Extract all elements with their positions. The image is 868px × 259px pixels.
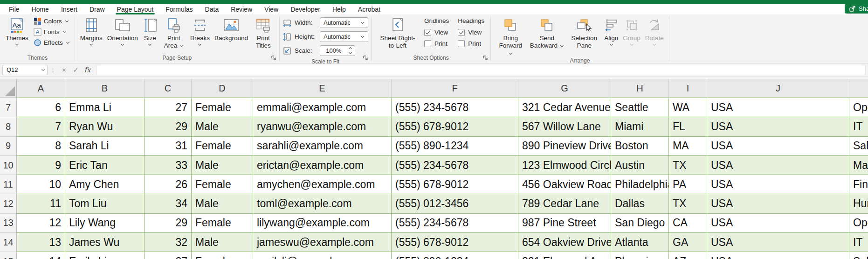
- cell-F11[interactable]: (555) 678-9012: [392, 175, 518, 194]
- cell-E13[interactable]: lilywang@example.com: [253, 214, 392, 233]
- row-header-15[interactable]: 15: [0, 252, 17, 259]
- column-header-D[interactable]: D: [192, 79, 253, 98]
- margins-button[interactable]: Margins: [78, 16, 105, 45]
- cell-I7[interactable]: WA: [669, 98, 707, 117]
- themes-button[interactable]: Aa Themes: [3, 16, 31, 45]
- tab-file[interactable]: File: [3, 4, 26, 14]
- cell-J7[interactable]: USA: [707, 98, 849, 117]
- cell-A7[interactable]: 6: [17, 98, 65, 117]
- headings-view-checkbox[interactable]: [458, 29, 465, 36]
- cancel-icon[interactable]: ×: [58, 66, 70, 74]
- gridlines-view-checkbox[interactable]: [424, 29, 431, 36]
- tab-insert[interactable]: Insert: [55, 4, 83, 14]
- cell-E8[interactable]: ryanwu@example.com: [253, 117, 392, 136]
- tab-review[interactable]: Review: [225, 4, 258, 14]
- cell-C9[interactable]: 31: [145, 137, 192, 156]
- spinner-up-icon[interactable]: [349, 47, 352, 50]
- page-setup-dialog-launcher-icon[interactable]: [270, 54, 277, 61]
- cell-F8[interactable]: (555) 678-9012: [392, 117, 518, 136]
- cell-A13[interactable]: 12: [17, 214, 65, 233]
- cell-A9[interactable]: 8: [17, 137, 65, 156]
- cell-G9[interactable]: 890 Pineview Drive: [518, 137, 611, 156]
- tab-developer[interactable]: Developer: [284, 4, 326, 14]
- cell-D10[interactable]: Male: [192, 156, 253, 175]
- cell-C15[interactable]: 27: [145, 252, 192, 259]
- cell-A10[interactable]: 9: [17, 156, 65, 175]
- background-button[interactable]: Background: [212, 16, 250, 42]
- cell-I13[interactable]: CA: [669, 214, 707, 233]
- scale-spinner[interactable]: 100%: [320, 45, 355, 56]
- cell-F7[interactable]: (555) 234-5678: [392, 98, 518, 117]
- cell-C7[interactable]: 27: [145, 98, 192, 117]
- cell-G7[interactable]: 321 Cedar Avenue: [518, 98, 611, 117]
- cell-D15[interactable]: Female: [192, 252, 253, 259]
- effects-button[interactable]: Effects: [32, 37, 72, 48]
- row-header-13[interactable]: 13: [0, 214, 17, 233]
- tab-page-layout[interactable]: Page Layout: [111, 4, 160, 14]
- cell-H9[interactable]: Boston: [611, 137, 669, 156]
- cell-D8[interactable]: Male: [192, 117, 253, 136]
- cell-F15[interactable]: (555) 890-1234: [392, 252, 518, 259]
- insert-function-icon[interactable]: fx: [82, 66, 93, 74]
- column-header-I[interactable]: I: [669, 79, 707, 98]
- sheet-right-to-left-button[interactable]: Sheet Right-to-Left: [374, 16, 421, 49]
- cell-C8[interactable]: 29: [145, 117, 192, 136]
- cell-H12[interactable]: Dallas: [611, 194, 669, 213]
- cell-H15[interactable]: Phoenix: [611, 252, 669, 259]
- cell-G11[interactable]: 456 Oakview Road: [518, 175, 611, 194]
- share-button[interactable]: Share: [845, 4, 868, 14]
- select-all-corner[interactable]: [0, 79, 17, 98]
- column-header-B[interactable]: B: [65, 79, 145, 98]
- cell-K14[interactable]: IT: [849, 233, 868, 252]
- cell-J14[interactable]: USA: [707, 233, 849, 252]
- cell-E15[interactable]: emilyli@example.com: [253, 252, 392, 259]
- cell-D14[interactable]: Male: [192, 233, 253, 252]
- cell-A11[interactable]: 10: [17, 175, 65, 194]
- row-header-7[interactable]: 7: [0, 98, 17, 117]
- cell-J12[interactable]: USA: [707, 194, 849, 213]
- column-header-E[interactable]: E: [253, 79, 392, 98]
- cell-F10[interactable]: (555) 234-5678: [392, 156, 518, 175]
- selection-pane-button[interactable]: Selection Pane: [566, 16, 602, 49]
- cell-H13[interactable]: San Diego: [611, 214, 669, 233]
- cell-E11[interactable]: amychen@example.com: [253, 175, 392, 194]
- name-box[interactable]: Q12: [2, 65, 48, 75]
- cell-K15[interactable]: Sales: [849, 252, 868, 259]
- breaks-button[interactable]: Breaks: [188, 16, 212, 45]
- cell-F9[interactable]: (555) 890-1234: [392, 137, 518, 156]
- cell-F14[interactable]: (555) 678-9012: [392, 233, 518, 252]
- cell-H11[interactable]: Philadelphia: [611, 175, 669, 194]
- cell-C14[interactable]: 32: [145, 233, 192, 252]
- orientation-button[interactable]: Orientation: [105, 16, 140, 45]
- cell-B14[interactable]: James Wu: [65, 233, 145, 252]
- formula-input[interactable]: [96, 65, 866, 75]
- fonts-button[interactable]: A Fonts: [32, 27, 72, 37]
- print-titles-button[interactable]: Print Titles: [250, 16, 276, 49]
- cell-A12[interactable]: 11: [17, 194, 65, 213]
- cell-C10[interactable]: 33: [145, 156, 192, 175]
- cell-I15[interactable]: AZ: [669, 252, 707, 259]
- tab-draw[interactable]: Draw: [83, 4, 111, 14]
- cell-G13[interactable]: 987 Pine Street: [518, 214, 611, 233]
- cell-K11[interactable]: Finance: [849, 175, 868, 194]
- cell-J13[interactable]: USA: [707, 214, 849, 233]
- cell-G14[interactable]: 654 Oakview Drive: [518, 233, 611, 252]
- cell-B13[interactable]: Lily Wang: [65, 214, 145, 233]
- cell-K8[interactable]: IT: [849, 117, 868, 136]
- cell-K10[interactable]: Marketing: [849, 156, 868, 175]
- group-button[interactable]: Group: [620, 16, 643, 45]
- tab-acrobat[interactable]: Acrobat: [352, 4, 386, 14]
- cell-D9[interactable]: Female: [192, 137, 253, 156]
- print-area-button[interactable]: Print Area: [160, 16, 188, 49]
- cell-I8[interactable]: FL: [669, 117, 707, 136]
- row-header-9[interactable]: 9: [0, 137, 17, 156]
- cell-B15[interactable]: Emily Li: [65, 252, 145, 259]
- tab-formulas[interactable]: Formulas: [159, 4, 199, 14]
- cell-B9[interactable]: Sarah Li: [65, 137, 145, 156]
- row-header-14[interactable]: 14: [0, 233, 17, 252]
- column-header-G[interactable]: G: [518, 79, 611, 98]
- cell-A15[interactable]: 14: [17, 252, 65, 259]
- gridlines-print-checkbox[interactable]: [424, 40, 431, 47]
- row-header-8[interactable]: 8: [0, 117, 17, 136]
- column-header-C[interactable]: C: [145, 79, 192, 98]
